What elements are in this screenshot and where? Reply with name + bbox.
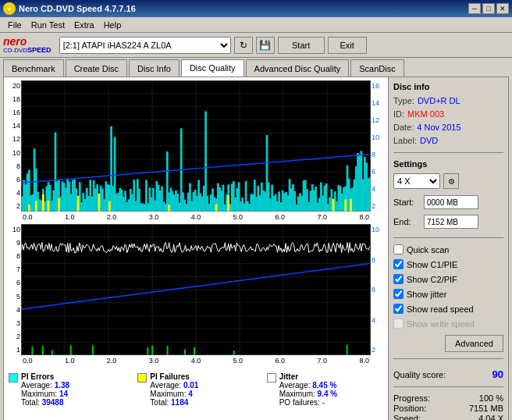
toolbar: nero CD-DVDSPEED [2:1] ATAPI iHAS224 A Z…: [0, 33, 512, 58]
progress-section: Progress: 100 % Position: 7151 MB Speed:…: [393, 393, 503, 420]
legend: PI Errors Average: 1.38 Maximum: 14 Tota…: [7, 369, 385, 410]
pi-errors-avg-row: Average: 1.38: [21, 381, 69, 390]
pi-errors-total-row: Total: 39488: [21, 398, 69, 407]
progress-row: Progress: 100 %: [393, 393, 503, 403]
disc-id-label: ID:: [393, 109, 404, 119]
show-jitter-row: Show jitter: [393, 289, 503, 299]
pi-failures-total: 1184: [171, 398, 188, 407]
disc-date-row: Date: 4 Nov 2015: [393, 123, 503, 132]
tab-benchmark[interactable]: Benchmark: [3, 59, 64, 77]
quick-scan-checkbox[interactable]: [393, 244, 404, 254]
speed-value: 4.04 X: [478, 414, 503, 420]
start-range-input[interactable]: [424, 195, 478, 209]
top-chart-canvas: [21, 80, 371, 212]
show-c2-pif-row: Show C2/PIF: [393, 274, 503, 284]
position-label: Position:: [393, 404, 426, 413]
bottom-chart-canvas: [21, 224, 371, 355]
settings-icon-button[interactable]: ⚙: [443, 173, 459, 189]
jitter-avg-row: Average: 8.45 %: [279, 381, 337, 390]
close-button[interactable]: ✕: [496, 3, 509, 14]
show-write-speed-label: Show write speed: [407, 319, 475, 329]
disc-id-row: ID: MKM 003: [393, 109, 503, 119]
pi-failures-max-row: Maximum: 4: [150, 390, 198, 398]
position-value: 7151 MB: [469, 404, 503, 413]
show-c2-pif-label: Show C2/PIF: [407, 275, 457, 284]
start-button[interactable]: Start: [278, 37, 325, 54]
pi-failures-avg-row: Average: 0.01: [150, 381, 198, 390]
bottom-chart-y-left: 10987654321: [7, 224, 21, 355]
end-range-input[interactable]: [424, 215, 478, 229]
show-write-speed-checkbox[interactable]: [393, 319, 404, 329]
quality-score-label: Quality score:: [393, 370, 446, 379]
maximize-button[interactable]: □: [482, 3, 495, 14]
top-chart-container: 2018161412108642 161412108642: [7, 80, 385, 212]
show-read-speed-checkbox[interactable]: [393, 304, 404, 314]
pi-errors-label: PI Errors: [21, 372, 69, 381]
app-logo: nero CD-DVDSPEED: [3, 36, 52, 54]
disc-label-row: Label: DVD: [393, 136, 503, 145]
show-c1-pie-row: Show C1/PIE: [393, 259, 503, 269]
pi-failures-total-row: Total: 1184: [150, 398, 198, 407]
tab-scan-disc[interactable]: ScanDisc: [350, 59, 404, 77]
tab-bar: Benchmark Create Disc Disc Info Disc Qua…: [0, 58, 512, 77]
pi-errors-total: 39488: [42, 398, 64, 407]
show-read-speed-row: Show read speed: [393, 304, 503, 314]
disc-type-label: Type:: [393, 96, 414, 105]
disc-date-value: 4 Nov 2015: [417, 123, 460, 132]
top-chart-y-left: 2018161412108642: [7, 80, 21, 212]
minimize-button[interactable]: ─: [468, 3, 481, 14]
quality-score-row: Quality score: 90: [393, 368, 503, 380]
bottom-chart-y-right: 108642: [371, 224, 385, 355]
exit-button[interactable]: Exit: [328, 37, 367, 54]
pi-failures-color-box: [137, 373, 147, 383]
show-c2-pif-checkbox[interactable]: [393, 274, 404, 284]
jitter-max-row: Maximum: 9.4 %: [279, 390, 337, 398]
jitter-max: 9.4 %: [318, 390, 338, 398]
show-c1-pie-label: Show C1/PIE: [407, 260, 457, 269]
pi-failures-avg: 0.01: [183, 381, 198, 390]
quick-scan-row: Quick scan: [393, 244, 503, 254]
disc-date-label: Date:: [393, 123, 414, 132]
divider-4: [393, 386, 503, 387]
speed-label: Speed:: [393, 414, 421, 420]
jitter-color-box: [267, 373, 276, 383]
show-jitter-checkbox[interactable]: [393, 289, 404, 299]
menu-bar: File Run Test Extra Help: [0, 17, 512, 33]
pi-errors-color-box: [9, 373, 18, 383]
top-chart-y-right: 161412108642: [371, 80, 385, 212]
bottom-chart-container: 10987654321 108642: [7, 224, 385, 355]
menu-run-test[interactable]: Run Test: [27, 20, 69, 30]
menu-help[interactable]: Help: [99, 20, 126, 30]
pi-errors-avg: 1.38: [55, 381, 69, 390]
show-write-speed-row: Show write speed: [393, 319, 503, 329]
menu-extra[interactable]: Extra: [69, 20, 99, 30]
legend-pi-failures: PI Failures Average: 0.01 Maximum: 4 Tot…: [137, 372, 254, 407]
disc-type-row: Type: DVD+R DL: [393, 96, 503, 105]
progress-value: 100 %: [479, 393, 503, 403]
jitter-label: Jitter: [279, 372, 337, 381]
legend-jitter: Jitter Average: 8.45 % Maximum: 9.4 % PO…: [267, 372, 383, 407]
show-c1-pie-checkbox[interactable]: [393, 259, 404, 269]
quality-score-value: 90: [492, 368, 503, 380]
refresh-button[interactable]: ↻: [234, 37, 253, 54]
advanced-button[interactable]: Advanced: [445, 335, 503, 352]
divider-1: [393, 152, 503, 153]
drive-select[interactable]: [2:1] ATAPI iHAS224 A ZL0A: [59, 37, 231, 54]
show-read-speed-label: Show read speed: [407, 304, 474, 314]
menu-file[interactable]: File: [3, 20, 27, 30]
tab-create-disc[interactable]: Create Disc: [66, 59, 127, 77]
right-panel: Disc info Type: DVD+R DL ID: MKM 003 Dat…: [388, 77, 508, 420]
tab-disc-info[interactable]: Disc Info: [129, 59, 180, 77]
top-chart-x-axis: 0.01.02.03.04.05.06.07.08.0: [7, 213, 385, 221]
jitter-po: -: [322, 398, 325, 407]
speed-row: Speed: 4.04 X: [393, 414, 503, 420]
settings-title: Settings: [393, 159, 503, 169]
speed-select[interactable]: 4 X Max 1 X 2 X 8 X: [393, 173, 440, 189]
tab-disc-quality[interactable]: Disc Quality: [181, 59, 244, 77]
divider-2: [393, 237, 503, 238]
disc-label-value: DVD: [420, 136, 438, 145]
jitter-po-row: PO failures: -: [279, 398, 337, 407]
save-button[interactable]: 💾: [256, 37, 275, 54]
tab-advanced-disc-quality[interactable]: Advanced Disc Quality: [246, 59, 350, 77]
window-controls: ─ □ ✕: [468, 3, 509, 14]
